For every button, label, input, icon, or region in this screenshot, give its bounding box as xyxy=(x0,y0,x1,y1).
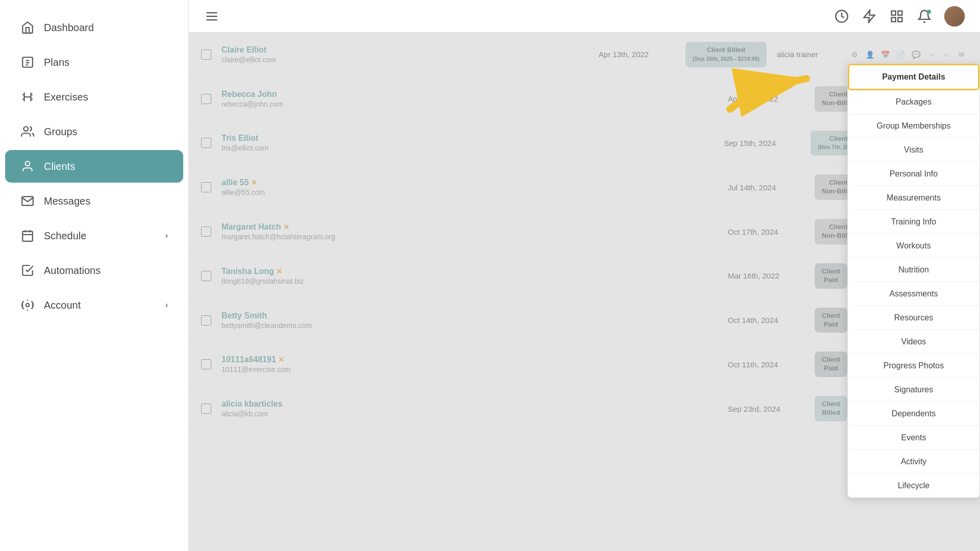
plans-icon xyxy=(20,55,35,69)
client-name[interactable]: Margaret Hatch ✕ xyxy=(222,222,718,232)
dropdown-item-workouts[interactable]: Workouts xyxy=(848,234,979,258)
sidebar-item-schedule[interactable]: Schedule › xyxy=(5,219,183,252)
action-person-icon[interactable]: 👤 xyxy=(864,48,876,61)
row-checkbox[interactable] xyxy=(201,227,211,237)
dropdown-item-visits[interactable]: Visits xyxy=(848,138,979,162)
client-name[interactable]: Betty Smith xyxy=(222,311,718,320)
status-badge: ClientPaid xyxy=(815,308,847,333)
grid-icon[interactable] xyxy=(889,9,904,24)
dropdown-item-packages[interactable]: Packages xyxy=(848,90,979,114)
dropdown-item-assessments[interactable]: Assessments xyxy=(848,282,979,306)
content-area: Claire Elliot claire@elliot.com Apr 13th… xyxy=(189,33,980,551)
client-email: tlong819@gnolahsinat.biz xyxy=(222,277,718,285)
client-date: Oct 11th, 2024 xyxy=(728,360,804,369)
client-date: Jul 14th, 2024 xyxy=(728,183,804,192)
lightning-icon[interactable] xyxy=(862,9,877,24)
row-checkbox[interactable] xyxy=(201,94,211,104)
row-checkbox[interactable] xyxy=(201,315,211,325)
client-info: Margaret Hatch ✕ margaret.hatch@hctahter… xyxy=(222,222,718,241)
client-email: margaret.hatch@hctahteragram.org xyxy=(222,233,718,241)
action-arrow-icon[interactable]: → xyxy=(925,48,937,61)
action-chat-icon[interactable]: 💬 xyxy=(910,48,922,61)
svg-marker-15 xyxy=(864,10,875,22)
client-email: rebecca@john.com xyxy=(222,100,718,108)
action-settings-icon[interactable]: ⚙ xyxy=(848,48,861,61)
sidebar-item-plans-label: Plans xyxy=(44,57,69,68)
row-checkbox[interactable] xyxy=(201,49,211,60)
client-name[interactable]: 10111a648191 ✕ xyxy=(222,355,718,364)
status-badge: ClientPaid xyxy=(815,352,847,377)
bell-icon[interactable] xyxy=(917,9,932,24)
client-name[interactable]: allie 55 ✕ xyxy=(222,178,718,187)
dropdown-item-training-info[interactable]: Training Info xyxy=(848,210,979,234)
svg-rect-19 xyxy=(898,17,902,21)
sidebar-item-account[interactable]: Account › xyxy=(5,289,183,321)
topbar-left xyxy=(204,9,219,24)
action-email-icon[interactable]: ✉ xyxy=(955,48,968,61)
dropdown-item-personal-info[interactable]: Personal Info xyxy=(848,162,979,186)
action-calendar-icon[interactable]: 📅 xyxy=(879,48,891,61)
sidebar-item-plans[interactable]: Plans xyxy=(5,46,183,79)
sidebar: Dashboard Plans Exercises xyxy=(0,0,189,551)
row-checkbox[interactable] xyxy=(201,138,211,148)
topbar xyxy=(189,0,980,33)
row-checkbox[interactable] xyxy=(201,359,211,369)
sidebar-item-exercises[interactable]: Exercises xyxy=(5,81,183,113)
dropdown-item-lifecycle[interactable]: Lifecycle xyxy=(848,474,979,497)
client-info: allie 55 ✕ allie@55.com xyxy=(222,178,718,196)
client-info: Claire Elliot claire@elliot.com xyxy=(222,45,589,64)
dropdown-item-nutrition[interactable]: Nutrition xyxy=(848,258,979,282)
svg-rect-17 xyxy=(898,11,902,15)
svg-rect-16 xyxy=(892,11,896,15)
status-badge: ClientPaid xyxy=(815,263,847,289)
client-date: Mar 16th, 2022 xyxy=(728,271,804,280)
dropdown-item-videos[interactable]: Videos xyxy=(848,330,979,354)
client-name[interactable]: Rebecca John xyxy=(222,90,718,99)
action-circle-icon[interactable]: ○ xyxy=(940,48,952,61)
dropdown-item-payment-details[interactable]: Payment Details xyxy=(848,64,979,90)
client-name[interactable]: Tanisha Long ✕ xyxy=(222,267,718,276)
row-checkbox[interactable] xyxy=(201,271,211,281)
sidebar-item-dashboard-label: Dashboard xyxy=(44,22,94,34)
account-icon xyxy=(20,298,35,312)
action-file-icon[interactable]: 📄 xyxy=(894,48,906,61)
topbar-right xyxy=(834,6,965,27)
sidebar-item-messages[interactable]: Messages xyxy=(5,185,183,217)
client-date: Apr 13th, 2022 xyxy=(599,50,675,59)
clock-icon[interactable] xyxy=(834,9,849,24)
client-status: Client Billed(Sep 16th, 2025 - $219.99) xyxy=(685,42,767,67)
client-name[interactable]: Tris Elliot xyxy=(222,134,714,143)
status-badge: Client Billed(Sep 16th, 2025 - $219.99) xyxy=(685,42,767,67)
client-email: bettysmith@cleandemo.com xyxy=(222,321,718,330)
avatar[interactable] xyxy=(944,6,965,27)
sidebar-item-exercises-label: Exercises xyxy=(44,91,88,103)
dropdown-item-dependents[interactable]: Dependents xyxy=(848,402,979,426)
dropdown-item-progress-photos[interactable]: Progress Photos xyxy=(848,354,979,378)
client-email: claire@elliot.com xyxy=(222,56,589,64)
dropdown-item-resources[interactable]: Resources xyxy=(848,306,979,330)
sidebar-item-groups[interactable]: Groups xyxy=(5,115,183,148)
svg-point-4 xyxy=(23,127,28,131)
clients-icon xyxy=(20,159,35,173)
dropdown-item-signatures[interactable]: Signatures xyxy=(848,378,979,402)
client-name[interactable]: alicia kbarticles xyxy=(222,399,718,409)
client-date: Oct 17th, 2024 xyxy=(728,228,804,236)
sidebar-item-clients-label: Clients xyxy=(44,161,75,172)
menu-button[interactable] xyxy=(204,9,219,24)
sidebar-item-dashboard[interactable]: Dashboard xyxy=(5,11,183,44)
dropdown-item-group-memberships[interactable]: Group Memberships xyxy=(848,114,979,138)
main-content: Claire Elliot claire@elliot.com Apr 13th… xyxy=(189,0,980,551)
client-name[interactable]: Claire Elliot xyxy=(222,45,589,55)
sidebar-item-automations[interactable]: Automations xyxy=(5,254,183,287)
row-checkbox[interactable] xyxy=(201,404,211,414)
avatar-image xyxy=(944,6,965,27)
sidebar-item-groups-label: Groups xyxy=(44,126,78,138)
client-date: Apr 13th, 2022 xyxy=(728,94,804,103)
sidebar-item-clients[interactable]: Clients xyxy=(5,150,183,183)
dropdown-item-activity[interactable]: Activity xyxy=(848,450,979,474)
exercises-icon xyxy=(20,90,35,104)
dropdown-item-measurements[interactable]: Measurements xyxy=(848,186,979,210)
row-checkbox[interactable] xyxy=(201,182,211,192)
svg-rect-18 xyxy=(892,17,896,21)
dropdown-item-events[interactable]: Events xyxy=(848,426,979,450)
